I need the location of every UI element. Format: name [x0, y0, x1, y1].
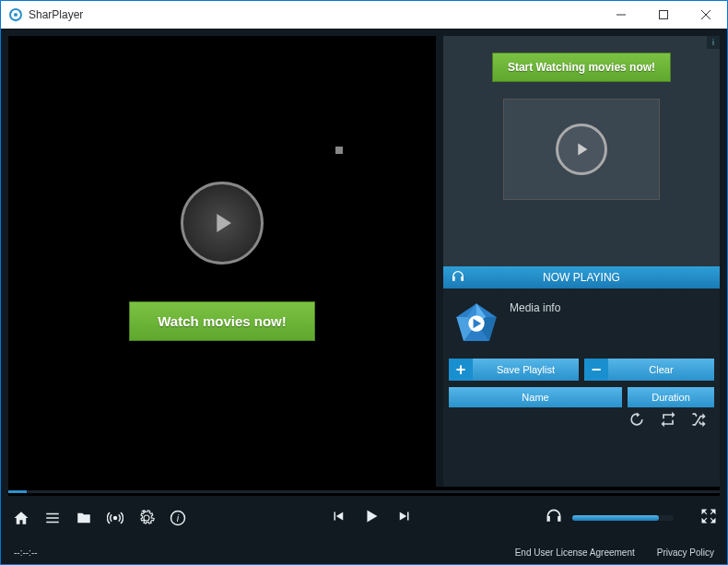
column-name[interactable]: Name: [449, 387, 622, 407]
ad-info-icon[interactable]: i: [707, 36, 720, 49]
column-duration[interactable]: Duration: [628, 387, 714, 407]
minimize-button[interactable]: [600, 1, 642, 29]
main-area: Watch movies now! i Start Watching movie…: [1, 29, 727, 487]
playlist-table-header: Name Duration: [443, 387, 720, 407]
maximize-button[interactable]: [642, 1, 685, 29]
titlebar: SharPlayer: [1, 1, 727, 29]
shuffle-icon[interactable]: [690, 410, 709, 432]
now-playing-header: NOW PLAYING: [443, 266, 720, 288]
now-playing-label: NOW PLAYING: [543, 271, 620, 284]
svg-rect-6: [660, 11, 668, 19]
playlist-controls: + Save Playlist − Clear: [443, 358, 720, 382]
content-area: Watch movies now! i Start Watching movie…: [1, 29, 727, 564]
next-button[interactable]: [396, 508, 413, 528]
fullscreen-button[interactable]: [699, 507, 718, 529]
progress-bar[interactable]: [8, 487, 720, 496]
svg-point-1: [14, 13, 18, 17]
clear-playlist-button[interactable]: − Clear: [584, 358, 714, 382]
video-area[interactable]: Watch movies now!: [8, 36, 436, 487]
playlist-panel: NOW PLAYING: [443, 266, 720, 487]
open-file-button[interactable]: [73, 507, 95, 529]
volume-fill: [572, 515, 659, 521]
previous-button[interactable]: [330, 508, 346, 528]
privacy-link[interactable]: Privacy Policy: [657, 547, 714, 558]
play-button[interactable]: [361, 506, 382, 530]
footer-links: End User License Agreement Privacy Polic…: [515, 547, 714, 558]
clear-playlist-label: Clear: [608, 359, 714, 381]
loop-icon[interactable]: [659, 410, 677, 432]
footer: --:--:-- End User License Agreement Priv…: [1, 540, 727, 564]
play-icon: [571, 139, 592, 159]
app-title: SharPlayer: [29, 8, 600, 21]
app-window: SharPlayer Watch movies now! i Start Wat…: [0, 0, 728, 565]
playlist-extra-controls: [443, 407, 720, 435]
playlist-button[interactable]: [41, 507, 64, 529]
ad-play-button[interactable]: [556, 124, 607, 175]
big-play-button[interactable]: [181, 182, 264, 265]
media-info-row: Media info: [443, 288, 720, 358]
svg-point-3: [19, 11, 21, 13]
info-button[interactable]: i: [167, 507, 189, 529]
volume-slider[interactable]: [572, 515, 674, 521]
window-controls: [600, 1, 727, 29]
plus-icon: +: [449, 359, 473, 381]
home-button[interactable]: [10, 507, 32, 529]
stream-button[interactable]: [104, 507, 126, 529]
transport-controls: [330, 506, 413, 530]
progress-fill: [8, 490, 27, 493]
watch-movies-button[interactable]: Watch movies now!: [129, 301, 314, 341]
media-info-label: Media info: [510, 301, 560, 314]
svg-text:i: i: [177, 512, 180, 524]
play-icon: [206, 207, 238, 239]
ad-preview-box[interactable]: [503, 99, 660, 200]
time-display: --:--:--: [14, 547, 38, 558]
settings-button[interactable]: [135, 507, 158, 529]
save-playlist-button[interactable]: + Save Playlist: [449, 358, 579, 382]
app-icon: [8, 7, 23, 22]
media-thumbnail-icon: [452, 300, 500, 347]
progress-track: [8, 490, 720, 493]
svg-point-2: [10, 11, 12, 13]
svg-point-4: [15, 19, 17, 21]
controls-bar: i: [1, 496, 727, 540]
ad-panel[interactable]: i Start Watching movies now!: [443, 36, 720, 266]
placeholder-dot: [335, 147, 343, 154]
sidebar: i Start Watching movies now! NOW PLAYING: [443, 36, 720, 487]
headphones-icon: [451, 269, 469, 287]
headphones-icon[interactable]: [545, 507, 563, 529]
close-button[interactable]: [685, 1, 727, 29]
save-playlist-label: Save Playlist: [473, 359, 579, 381]
volume-area: [545, 507, 718, 529]
svg-point-15: [113, 516, 118, 521]
repeat-icon[interactable]: [628, 410, 646, 432]
ad-cta-button[interactable]: Start Watching movies now!: [492, 53, 671, 82]
eula-link[interactable]: End User License Agreement: [515, 547, 635, 558]
minus-icon: −: [584, 359, 608, 381]
